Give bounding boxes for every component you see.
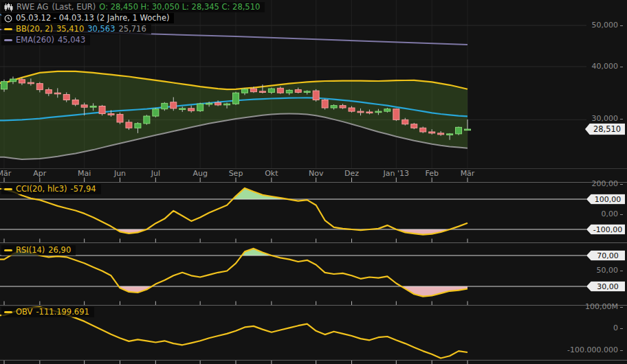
cci-panel [0, 188, 586, 235]
candle-up [465, 129, 471, 130]
candle-down [313, 91, 319, 100]
obv-axis-label-100m: 100,00M [585, 303, 623, 311]
candle-up [224, 104, 230, 105]
last-price-tag: 28,510 [585, 124, 625, 135]
candle-down [358, 111, 364, 113]
obv-value: -111.199.691 [36, 308, 89, 317]
chart-canvas[interactable] [0, 0, 627, 364]
month-label: Mär [461, 170, 475, 178]
month-label: Aug [192, 170, 207, 178]
chart-window: RWE AG (Last, EUR) O: 28,450 H: 30,050 L… [0, 0, 627, 364]
candle-down [99, 106, 105, 114]
obv-legend-row[interactable]: OBV -111.199.691 [1, 307, 94, 317]
time-ticks [4, 178, 468, 364]
month-label: Okt [265, 170, 278, 178]
clock-icon [4, 14, 12, 23]
ema-name: EMA(260) [16, 36, 54, 45]
rsi-level-tag-70: 70,00 [586, 251, 625, 261]
ema-line-icon [4, 39, 12, 41]
ema-value: 45,043 [58, 36, 85, 45]
month-label: Jan '13 [384, 170, 409, 178]
bb-upper-value: 35,410 [56, 25, 84, 34]
candle-up [456, 127, 462, 134]
cci-line [0, 188, 468, 235]
candle-up [304, 91, 310, 93]
candle-down [420, 128, 426, 132]
candle-up [375, 111, 382, 113]
candle-down [19, 80, 25, 83]
candle-down [429, 132, 435, 133]
date-range-row[interactable]: 05.03.12 - 04.03.13 (2 Jahre, 1 Woche) [1, 13, 174, 23]
candle-up [384, 109, 390, 111]
month-label: Jun [114, 170, 126, 178]
cci-level-tag-minus100: -100,00 [586, 225, 625, 235]
cci-legend-row[interactable]: CCI(20, hlc3) -57,94 [1, 184, 101, 194]
rsi-value: 26,90 [48, 246, 71, 255]
candle-up [268, 89, 274, 92]
rsi-panel [0, 249, 586, 297]
candle-down [72, 100, 78, 104]
candle-down [295, 90, 301, 93]
cci-axis-label-200: 200,00 [592, 180, 624, 188]
rsi-label: RSI(14) [16, 246, 45, 255]
bb-lower-value: 25,716 [119, 25, 146, 34]
candle-down [45, 90, 52, 93]
obv-axis-label-0: 0 [613, 324, 623, 332]
candle-up [1, 82, 8, 89]
month-label: Dez [344, 170, 359, 178]
candle-down [36, 84, 43, 90]
candle-down [215, 103, 221, 105]
candle-down [108, 114, 114, 115]
series-type: (Last, EUR) [52, 3, 96, 12]
candle-down [54, 93, 60, 94]
cci-axis-label-0: 0,00 [602, 210, 624, 218]
candle-down [81, 105, 87, 107]
cci-value: -57,94 [71, 185, 96, 194]
rsi-legend-row[interactable]: RSI(14) 26,90 [1, 245, 76, 255]
candle-down [411, 124, 417, 128]
symbol-legend-row[interactable]: RWE AG (Last, EUR) O: 28,450 H: 30,050 L… [1, 2, 265, 12]
rsi-line-icon [4, 249, 12, 251]
bb-line-icon [4, 28, 12, 30]
candle-up [331, 106, 337, 108]
candle-up [286, 90, 292, 93]
month-label: Jul [151, 170, 160, 178]
candle-down [322, 100, 328, 108]
candle-up [179, 109, 186, 110]
bb-middle-value: 30,563 [87, 25, 115, 34]
price-axis-label-50000: 50,000 [592, 21, 624, 30]
cci-level-tag-100: 100,00 [586, 194, 625, 205]
candle-up [162, 103, 168, 109]
candle-down [393, 109, 399, 120]
candle-down [277, 88, 283, 93]
candle-up [197, 104, 204, 111]
candle-up [447, 134, 453, 135]
candle-down [259, 91, 265, 93]
rsi-axis-label-50: 50,00 [597, 266, 624, 275]
candle-down [188, 109, 195, 111]
date-range: 05.03.12 - 04.03.13 (2 Jahre, 1 Woche) [16, 14, 169, 23]
candle-down [28, 82, 34, 84]
candle-down [63, 95, 69, 100]
bb-legend-row[interactable]: BB(20, 2) 35,410 30,563 25,716 [1, 24, 151, 34]
month-label: Nov [309, 170, 323, 178]
price-axis-label-30000: 30,000 [592, 115, 624, 123]
cci-label: CCI(20, hlc3) [16, 185, 67, 194]
month-label: Feb [425, 170, 438, 178]
candle-down [250, 89, 256, 92]
candle-down [170, 102, 177, 109]
candle-up [135, 124, 141, 128]
ema-legend-row[interactable]: EMA(260) 45,043 [1, 35, 90, 45]
month-label: Sep [229, 170, 243, 178]
candle-up [241, 89, 248, 93]
obv-label: OBV [16, 308, 32, 317]
month-label: Mai [78, 170, 91, 178]
candle-up [233, 93, 239, 104]
candle-down [349, 108, 355, 111]
candle-up [206, 103, 212, 104]
price-axis-label-40000: 40,000 [592, 62, 624, 71]
month-label: Apr [33, 170, 46, 178]
candle-down [402, 120, 408, 124]
obv-line-icon [4, 311, 12, 313]
candle-down [126, 122, 132, 128]
